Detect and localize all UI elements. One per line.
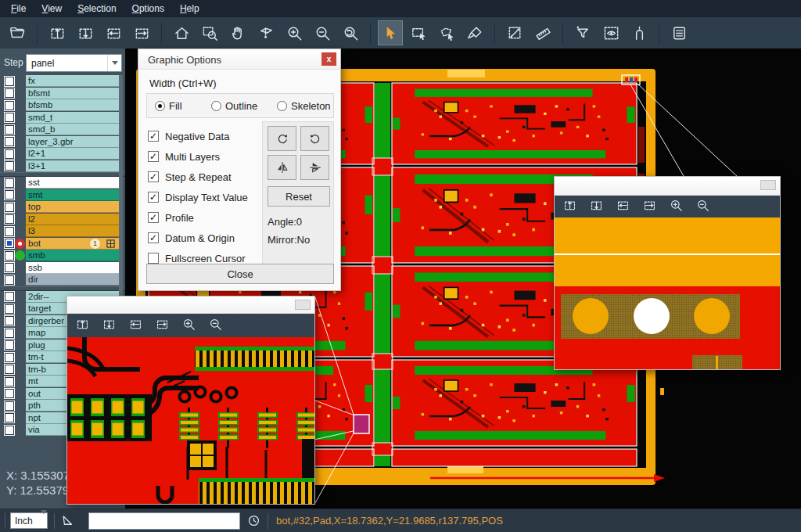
layer-name-l2+1[interactable]: l2+1 [26,148,119,160]
tool-pan-down-button[interactable] [73,20,98,45]
dialog-titlebar[interactable]: Graphic Options x [138,49,340,70]
checkbox-box[interactable] [148,253,159,264]
layer-checkbox[interactable] [5,239,14,248]
mag-pan-up-button[interactable] [75,317,90,335]
layer-checkbox[interactable] [5,389,14,398]
layer-checkbox[interactable] [5,190,14,200]
checkbox-step-repeat[interactable]: ✓Step & Repeat [148,167,248,187]
layer-checkbox[interactable] [5,88,14,98]
tool-filter-button[interactable] [570,20,595,45]
radio-dot[interactable] [277,101,287,111]
layer-name-layer_3.gbr[interactable]: layer_3.gbr [26,136,119,148]
tool-home-button[interactable] [169,20,194,45]
layer-checkbox[interactable] [5,77,14,86]
tool-zoom-out-button[interactable] [310,20,335,45]
checkbox-box[interactable]: ✓ [148,151,159,162]
tool-ruler-button[interactable] [530,20,555,45]
radio-dot[interactable] [211,101,221,111]
magnifier-left-titlebar[interactable] [67,297,314,314]
layer-name-bot[interactable]: bot1 [26,238,119,250]
mirror-horizontal-button[interactable] [300,155,329,180]
layer-name-dir[interactable]: dir [26,274,119,286]
layer-checkbox[interactable] [5,227,14,236]
checkbox-multi-layers[interactable]: ✓Multi Layers [148,146,248,167]
checkbox-profile[interactable]: ✓Profile [148,207,248,228]
tool-zoom-window-button[interactable] [197,20,222,45]
layer-checkbox[interactable] [5,161,14,171]
layer-name-smt[interactable]: smt [26,189,119,201]
mag-zoom-out-button[interactable] [208,317,223,335]
mag-pan-left-button[interactable] [616,198,630,216]
layer-name-l3+1[interactable]: l3+1 [26,160,119,172]
layer-checkbox[interactable] [5,263,14,272]
radio-fill[interactable]: Fill [155,100,211,112]
layer-checkbox[interactable] [5,304,14,314]
tool-select-rect-button[interactable] [406,20,431,45]
tool-pan-right-button[interactable] [129,20,154,45]
tool-measure-probe-button[interactable] [253,20,278,45]
layer-checkbox[interactable] [5,214,14,224]
checkbox-box[interactable]: ✓ [148,171,159,182]
menu-help[interactable]: Help [172,1,207,16]
mag-pan-right-button[interactable] [155,317,170,335]
layer-checkbox[interactable] [5,101,14,110]
step-select[interactable]: panel [26,54,122,72]
dialog-close-button[interactable]: x [321,52,336,66]
tool-select-poly-button[interactable] [434,20,459,45]
magnifier-right-titlebar[interactable] [555,177,780,196]
tool-measure-distance-button[interactable] [502,20,527,45]
mag-zoom-out-button[interactable] [695,198,710,216]
tool-brush-edit-button[interactable] [462,20,487,45]
magnifier-window-right[interactable] [554,176,781,370]
menu-view[interactable]: View [34,1,70,16]
layer-name-l3[interactable]: l3 [26,225,119,237]
radio-dot[interactable] [155,101,165,111]
layer-name-l2[interactable]: l2 [26,214,119,225]
radio-outline[interactable]: Outline [211,100,277,112]
checkbox-datum-origin[interactable]: ✓Datum & Origin [148,228,248,248]
layer-checkbox[interactable] [5,377,14,386]
layer-name-sst[interactable]: sst [26,177,119,189]
mag-pan-left-button[interactable] [128,317,143,335]
layer-checkbox[interactable] [5,426,14,435]
popup-button[interactable] [295,300,311,310]
angle-measure-icon[interactable] [61,513,76,528]
checkbox-box[interactable]: ✓ [148,131,159,142]
layer-checkbox[interactable] [5,413,14,422]
layer-checkbox[interactable] [5,292,14,301]
layer-name-ssb[interactable]: ssb [26,262,119,274]
checkbox-display-text-value[interactable]: ✓Display Text Value [148,187,248,207]
menu-options[interactable]: Options [124,1,172,16]
tool-pan-left-button[interactable] [101,20,126,45]
checkbox-negative-data[interactable]: ✓Negative Data [148,126,248,146]
layer-checkbox[interactable] [5,113,14,122]
magnifier-left-view[interactable] [67,337,314,504]
tool-pan-hand-button[interactable] [225,20,250,45]
layer-checkbox[interactable] [5,125,14,135]
layer-checkbox[interactable] [5,251,14,261]
reset-button[interactable]: Reset [268,186,330,207]
layer-name-smb[interactable]: smb [26,250,119,261]
layer-name-bfsmt[interactable]: bfsmt [26,88,119,99]
checkbox-box[interactable]: ✓ [148,232,159,243]
tool-snap-search-button[interactable] [627,20,652,45]
command-input[interactable] [88,512,240,530]
tool-select-arrow-button[interactable] [378,20,403,45]
menu-file[interactable]: File [3,1,34,16]
layer-checkbox[interactable] [5,329,14,338]
magnifier-right-view[interactable] [555,217,780,369]
layer-name-top[interactable]: top [26,201,119,213]
rotate-cw-button[interactable] [268,126,296,151]
layer-name-fx[interactable]: fx [26,75,119,87]
mirror-vertical-button[interactable] [268,155,296,180]
layer-name-smd_b[interactable]: smd_b [26,124,119,135]
rotate-ccw-button[interactable] [300,126,329,151]
layer-name-smd_t[interactable]: smd_t [26,112,119,124]
menu-selection[interactable]: Selection [70,1,124,16]
radio-skeleton[interactable]: Skeleton [277,100,331,112]
mag-pan-down-button[interactable] [589,198,604,216]
close-button[interactable]: Close [146,264,334,284]
layer-checkbox[interactable] [5,353,14,362]
layer-checkbox[interactable] [5,275,14,285]
checkbox-box[interactable]: ✓ [148,212,159,223]
